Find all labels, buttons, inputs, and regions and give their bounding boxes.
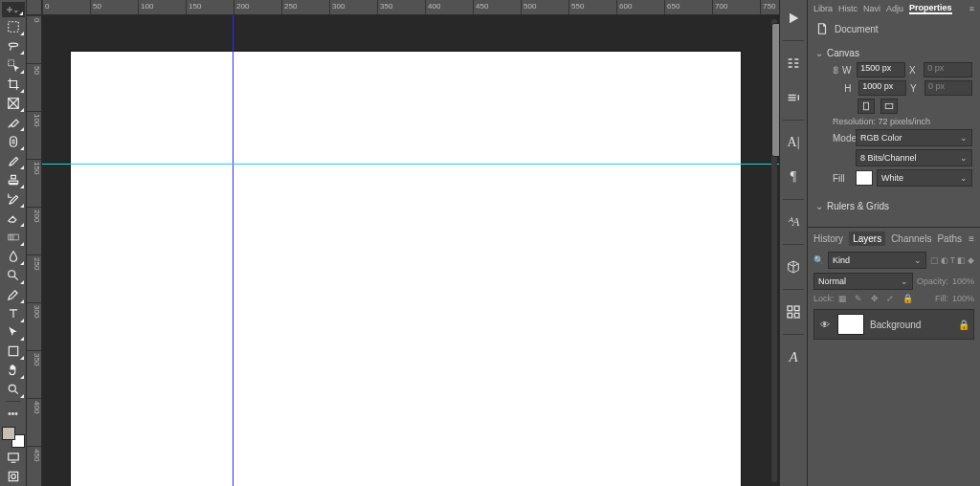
canvas-height-input[interactable]: 1000 px [858, 80, 906, 96]
healing-tool[interactable] [2, 132, 25, 151]
guide-vertical[interactable] [233, 15, 234, 486]
panel-icon-1[interactable] [783, 51, 804, 76]
tab-channels[interactable]: Channels [891, 233, 931, 244]
eyedropper-tool[interactable] [2, 113, 25, 132]
layer-thumbnail[interactable] [837, 314, 864, 335]
gradient-tool[interactable] [2, 228, 25, 247]
quick-select-tool[interactable] [2, 55, 25, 75]
scrollbar-vertical[interactable] [771, 19, 777, 482]
panel-menu-icon[interactable]: ≡ [969, 4, 974, 13]
canvas-stage: 0501001502002503003504004505005506006507… [27, 0, 779, 486]
screenmode-tool[interactable] [2, 448, 25, 467]
dodge-tool[interactable] [2, 266, 25, 285]
grid-panel-icon[interactable] [783, 299, 804, 324]
ruler-tick: 150 [186, 0, 234, 14]
canvas-section-header[interactable]: Canvas [815, 48, 972, 58]
tab-adjustments[interactable]: Adju [886, 4, 903, 13]
ruler-horizontal[interactable]: 0501001502002503003504004505005506006507… [42, 0, 779, 15]
paragraph-panel-icon[interactable]: ¶ [783, 165, 804, 189]
blend-mode-select[interactable]: Normal [813, 273, 913, 290]
glyphs-panel-icon[interactable]: ᴬA [783, 210, 804, 234]
link-wh-icon[interactable]: 𝟠 [833, 65, 838, 76]
ruler-tick: 300 [329, 0, 377, 14]
ruler-origin[interactable] [27, 0, 42, 15]
frame-tool[interactable] [2, 94, 25, 113]
document-type-label: Document [835, 24, 879, 34]
svg-rect-6 [9, 347, 17, 356]
hand-tool[interactable] [2, 361, 25, 380]
quickmask-tool[interactable] [2, 467, 25, 486]
svg-rect-8 [8, 453, 18, 460]
canvas-width-input[interactable]: 1500 px [857, 62, 905, 77]
ruler-tick: 250 [27, 254, 41, 302]
edit-toolbar[interactable]: ••• [2, 404, 25, 423]
lasso-tool[interactable] [2, 36, 25, 55]
move-tool[interactable] [2, 2, 25, 17]
guide-horizontal[interactable] [42, 164, 779, 165]
bit-depth-select[interactable]: 8 Bits/Channel [856, 149, 972, 166]
color-swatches[interactable] [2, 427, 25, 448]
orientation-portrait[interactable] [858, 99, 875, 114]
ruler-tick: 450 [473, 0, 521, 14]
lock-icon[interactable]: 🔒 [958, 320, 969, 330]
tab-libraries[interactable]: Libra [813, 4, 833, 13]
scrollbar-thumb[interactable] [771, 23, 779, 157]
layer-filter-chips[interactable]: ▢◐T◧◆ [930, 255, 975, 265]
ruler-tick: 350 [377, 0, 425, 14]
pen-tool[interactable] [2, 285, 25, 304]
shape-tool[interactable] [2, 342, 25, 361]
opacity-label: Opacity: [917, 276, 948, 286]
stamp-tool[interactable] [2, 170, 25, 189]
svg-rect-16 [885, 104, 893, 109]
ruler-tick: 200 [27, 207, 41, 254]
svg-rect-1 [8, 60, 13, 66]
layer-fill-value[interactable]: 100% [952, 294, 974, 303]
tab-layers[interactable]: Layers [849, 232, 885, 246]
layer-filter-kind[interactable]: Kind [828, 252, 926, 269]
blur-tool[interactable] [2, 247, 25, 266]
tab-histogram[interactable]: Histc [838, 4, 858, 13]
history-brush-tool[interactable] [2, 189, 25, 209]
height-label: H [844, 83, 855, 94]
path-select-tool[interactable] [2, 323, 25, 342]
document-icon [815, 21, 829, 36]
rulers-grids-header[interactable]: Rulers & Grids [815, 201, 972, 211]
type-panel-icon[interactable]: A [783, 344, 804, 369]
panel-icon-2[interactable] [783, 85, 804, 110]
fill-swatch[interactable] [856, 170, 873, 186]
eraser-tool[interactable] [2, 209, 25, 228]
color-mode-select[interactable]: RGB Color [856, 129, 972, 146]
canvas-section: Canvas 𝟠 W 1500 px X 0 px H 1000 px Y 0 … [808, 40, 980, 193]
ruler-tick: 450 [27, 446, 41, 486]
canvas-x-input: 0 px [924, 62, 972, 77]
svg-point-10 [11, 475, 15, 479]
type-tool[interactable] [2, 304, 25, 323]
visibility-toggle-icon[interactable]: 👁 [818, 320, 832, 330]
play-icon[interactable] [783, 6, 804, 31]
ruler-vertical[interactable]: 0501001502002503003504004505005506006507… [27, 15, 42, 486]
marquee-tool[interactable] [2, 17, 25, 36]
pasteboard[interactable] [42, 15, 779, 486]
svg-rect-9 [9, 472, 17, 480]
tab-properties[interactable]: Properties [909, 3, 952, 14]
lock-icons[interactable]: ▦ ✎ ✥ ⤢ 🔒 [838, 294, 916, 303]
properties-tabbar: Libra Histc Navi Adju Properties ≡ [808, 0, 980, 17]
character-panel-icon[interactable]: A| [783, 130, 804, 155]
crop-tool[interactable] [2, 75, 25, 94]
tab-navigator[interactable]: Navi [863, 4, 880, 13]
ruler-tick: 600 [616, 0, 664, 14]
svg-rect-12 [794, 306, 799, 311]
tab-history[interactable]: History [813, 233, 843, 244]
panel-icons-strip: A| ¶ ᴬA A [779, 0, 808, 486]
tab-paths[interactable]: Paths [937, 233, 962, 244]
zoom-tool[interactable] [2, 380, 25, 399]
orientation-landscape[interactable] [880, 99, 898, 114]
layer-row[interactable]: 👁 Background 🔒 [813, 309, 974, 340]
layers-panel-menu-icon[interactable]: ≡ [969, 233, 974, 244]
fill-select[interactable]: White [877, 169, 972, 187]
layer-name[interactable]: Background [870, 320, 921, 330]
document-canvas[interactable] [71, 52, 741, 486]
brush-tool[interactable] [2, 151, 25, 170]
opacity-value[interactable]: 100% [952, 276, 974, 286]
3d-panel-icon[interactable] [783, 254, 804, 279]
